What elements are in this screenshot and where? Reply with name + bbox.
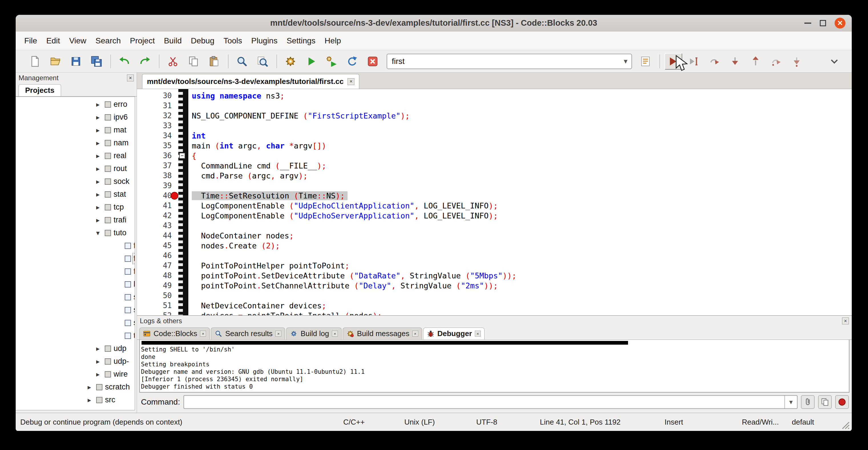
chevron-right-icon[interactable]: ▸ (88, 383, 96, 391)
logs-tab-build-messages[interactable]: Build messages× (343, 328, 422, 339)
titlebar[interactable]: mnt/dev/tools/source/ns-3-dev/examples/t… (16, 15, 852, 31)
step-out-button[interactable] (747, 53, 765, 70)
menu-tools[interactable]: Tools (219, 32, 247, 50)
menu-project[interactable]: Project (125, 32, 159, 50)
tab-projects[interactable]: Projects (19, 84, 61, 96)
find-button[interactable] (233, 53, 251, 70)
menu-debug[interactable]: Debug (186, 32, 219, 50)
save-button[interactable] (67, 53, 85, 70)
code-line-38[interactable]: 38 cmd.Parse (argc, argv); (137, 171, 852, 181)
tree-item-sock[interactable]: ▸sock (16, 175, 135, 188)
rebuild-button[interactable] (343, 53, 361, 70)
chevron-right-icon[interactable]: ▸ (96, 152, 105, 160)
pin-log-button[interactable] (801, 395, 815, 409)
step-into-button[interactable] (726, 53, 744, 70)
tree-item-nam[interactable]: ▸nam (16, 137, 135, 149)
stop-debugger-button[interactable] (835, 395, 849, 409)
tree-item-fir[interactable]: fir (16, 252, 135, 265)
open-file-button[interactable] (46, 53, 64, 70)
toolbar-overflow-button[interactable] (826, 53, 843, 70)
tree-item-udp-[interactable]: ▸udp- (16, 355, 135, 368)
menu-help[interactable]: Help (320, 32, 346, 50)
menu-build[interactable]: Build (159, 32, 186, 50)
tree-item-fo[interactable]: fo (16, 265, 135, 278)
tree-item-fif[interactable]: fif (16, 239, 135, 252)
fold-marker-icon[interactable]: − (179, 153, 185, 159)
code-line-31[interactable]: 31 (137, 101, 852, 111)
run-button[interactable] (302, 53, 320, 70)
code-line-36[interactable]: 36{− (137, 151, 852, 161)
tab-close-icon[interactable]: × (475, 331, 481, 337)
code-line-51[interactable]: 51 NetDeviceContainer devices; (137, 301, 852, 311)
tree-item-he[interactable]: he (16, 278, 135, 291)
redo-button[interactable] (136, 53, 154, 70)
chevron-right-icon[interactable]: ▸ (96, 216, 105, 224)
tree-item-mat[interactable]: ▸mat (16, 124, 135, 137)
chevron-right-icon[interactable]: ▸ (88, 396, 96, 404)
tree-item-tuto[interactable]: ▾tuto (16, 227, 135, 239)
menu-edit[interactable]: Edit (42, 32, 64, 50)
tab-close-icon[interactable]: × (412, 331, 418, 337)
chevron-right-icon[interactable]: ▸ (96, 113, 105, 121)
chevron-down-icon[interactable]: ▾ (96, 229, 105, 237)
menu-file[interactable]: File (20, 32, 42, 50)
editor-tab-first-cc[interactable]: mnt/dev/tools/source/ns-3-dev/examples/t… (142, 74, 359, 89)
save-all-button[interactable] (88, 53, 105, 70)
menu-settings[interactable]: Settings (282, 32, 320, 50)
debugger-output[interactable]: Setting SHELL to '/bin/sh'doneSetting br… (139, 340, 849, 393)
tree-item-th[interactable]: th (16, 329, 135, 342)
find-in-files-button[interactable] (254, 53, 271, 70)
code-line-47[interactable]: 47 PointToPointHelper pointToPoint; (137, 261, 852, 271)
code-line-37[interactable]: 37 CommandLine cmd (__FILE__); (137, 161, 852, 171)
tab-close-icon[interactable]: × (332, 331, 338, 337)
close-icon[interactable]: ✕ (835, 18, 845, 29)
code-line-34[interactable]: 34int (137, 131, 852, 141)
code-line-44[interactable]: 44 NodeContainer nodes; (137, 231, 852, 241)
editor-tab-close-icon[interactable]: × (347, 78, 354, 85)
chevron-right-icon[interactable]: ▸ (96, 165, 105, 173)
code-line-50[interactable]: 50 (137, 291, 852, 301)
chevron-right-icon[interactable]: ▸ (96, 358, 105, 365)
command-dropdown-icon[interactable]: ▾ (784, 396, 797, 408)
code-line-45[interactable]: 45 nodes.Create (2); (137, 241, 852, 251)
tree-item-erro[interactable]: ▸erro (16, 98, 135, 111)
code-line-52[interactable]: 52 devices = pointToPoint.Install (nodes… (137, 311, 852, 315)
menu-plugins[interactable]: Plugins (247, 32, 282, 50)
tree-item-se[interactable]: se (16, 303, 135, 317)
next-line-button[interactable] (706, 53, 723, 70)
next-instruction-button[interactable] (767, 53, 785, 70)
chevron-right-icon[interactable]: ▸ (96, 370, 105, 378)
code-line-49[interactable]: 49 pointToPoint.SetChannelAttribute ("De… (137, 281, 852, 291)
logs-tab-search-results[interactable]: Search results× (211, 328, 285, 339)
code-line-40[interactable]: 40 Time::SetResolution (Time::NS); (137, 191, 852, 201)
tree-item-wire[interactable]: ▸wire (16, 368, 135, 381)
code-line-46[interactable]: 46 (137, 251, 852, 261)
code-line-39[interactable]: 39 (137, 181, 852, 191)
code-line-33[interactable]: 33 (137, 121, 852, 131)
chevron-right-icon[interactable]: ▸ (96, 126, 105, 134)
combo-dropdown-icon[interactable]: ▾ (621, 57, 630, 66)
maximize-icon[interactable] (820, 20, 826, 26)
paste-button[interactable] (205, 53, 223, 70)
build-target-combobox[interactable]: first▾ (386, 54, 632, 69)
tree-item-scratch[interactable]: ▸scratch (16, 381, 135, 393)
cut-button[interactable] (164, 53, 182, 70)
chevron-right-icon[interactable]: ▸ (96, 139, 105, 147)
menu-view[interactable]: View (64, 32, 91, 50)
build-and-run-button[interactable] (323, 53, 340, 70)
management-close-icon[interactable]: × (127, 74, 134, 81)
copy-button[interactable] (185, 53, 202, 70)
step-into-instruction-button[interactable] (788, 53, 806, 70)
logs-tab-build-log[interactable]: Build log× (286, 328, 342, 339)
code-editor[interactable]: 30using namespace ns3;3132NS_LOG_COMPONE… (137, 89, 852, 315)
code-line-43[interactable]: 43 (137, 221, 852, 231)
undo-button[interactable] (116, 53, 133, 70)
code-line-42[interactable]: 42 LogComponentEnable ("UdpEchoServerApp… (137, 211, 852, 221)
chevron-right-icon[interactable]: ▸ (96, 100, 105, 109)
tree-item-real[interactable]: ▸real (16, 149, 135, 162)
code-line-48[interactable]: 48 pointToPoint.SetDeviceAttribute ("Dat… (137, 271, 852, 281)
code-line-30[interactable]: 30using namespace ns3; (137, 91, 852, 101)
logs-tab-debugger[interactable]: Debugger× (423, 328, 485, 339)
chevron-right-icon[interactable]: ▸ (96, 203, 105, 211)
command-input[interactable]: ▾ (183, 395, 798, 409)
